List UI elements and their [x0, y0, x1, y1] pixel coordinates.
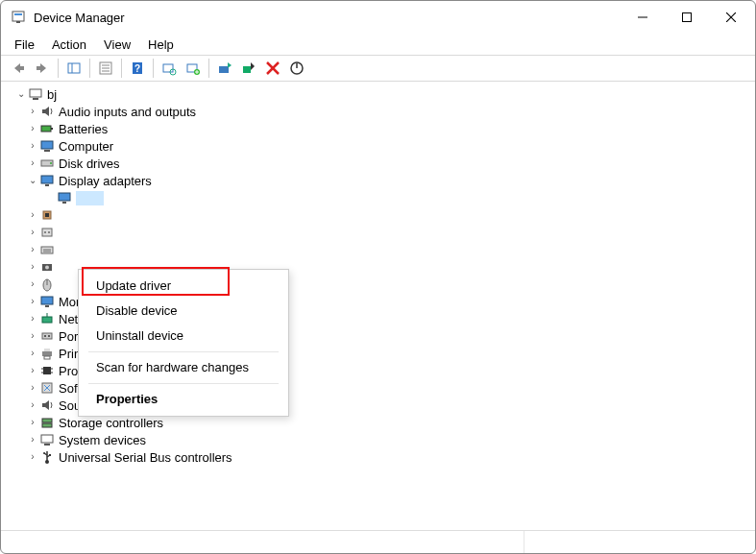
svg-point-74 [43, 452, 45, 454]
menu-action[interactable]: Action [44, 36, 94, 54]
minimize-button[interactable] [621, 2, 665, 33]
disable-device-button[interactable] [237, 57, 260, 80]
tree-node-computer[interactable]: › Computer [14, 137, 755, 155]
context-menu: Update driver Disable device Uninstall d… [78, 269, 289, 417]
ctx-scan-hardware[interactable]: Scan for hardware changes [79, 355, 288, 380]
display-icon [39, 173, 55, 188]
enable-device-button[interactable] [285, 57, 308, 80]
svg-rect-30 [41, 126, 51, 132]
collapse-arrow-icon[interactable]: › [26, 452, 39, 462]
svg-rect-42 [42, 229, 52, 236]
forward-button[interactable] [31, 57, 54, 80]
svg-rect-53 [45, 305, 49, 307]
collapse-arrow-icon[interactable]: › [26, 435, 39, 445]
add-legacy-hardware-button[interactable] [182, 57, 205, 80]
svg-rect-38 [59, 193, 70, 201]
tree-node-display-adapter-child[interactable]: › [14, 189, 755, 206]
tree-root[interactable]: ⌄ bj [14, 85, 755, 103]
app-icon [11, 10, 26, 25]
scan-hardware-button[interactable] [158, 57, 181, 80]
svg-rect-39 [62, 202, 66, 204]
collapse-arrow-icon[interactable]: › [26, 331, 39, 341]
computer-icon [39, 138, 55, 154]
speaker-icon [39, 104, 55, 119]
collapse-arrow-icon[interactable]: › [26, 141, 39, 151]
collapse-arrow-icon[interactable]: › [26, 124, 39, 133]
svg-rect-32 [41, 141, 53, 149]
ctx-disable-device[interactable]: Disable device [79, 299, 288, 324]
ctx-properties[interactable]: Properties [79, 387, 288, 412]
svg-rect-31 [51, 128, 53, 130]
collapse-arrow-icon[interactable]: › [26, 158, 39, 168]
disk-icon [39, 156, 55, 171]
svg-rect-41 [45, 213, 49, 217]
tree-node-label: Storage controllers [59, 416, 163, 430]
chip-icon [39, 207, 55, 223]
collapse-arrow-icon[interactable]: › [26, 418, 39, 427]
collapse-arrow-icon[interactable]: › [26, 297, 39, 306]
usb-icon [39, 449, 55, 465]
tree-node-label: Batteries [59, 122, 108, 136]
tree-node-hidden[interactable]: › [14, 241, 755, 258]
menu-file[interactable]: File [7, 36, 42, 54]
uninstall-device-button[interactable] [261, 57, 284, 80]
menu-help[interactable]: Help [140, 36, 182, 54]
ctx-update-driver[interactable]: Update driver [79, 274, 288, 299]
tree-node-hidden[interactable]: › [14, 224, 755, 241]
collapse-arrow-icon[interactable]: › [26, 314, 39, 324]
maximize-button[interactable] [665, 2, 709, 33]
tree-node-label: Computer [59, 139, 113, 154]
collapse-arrow-icon[interactable]: › [26, 228, 39, 237]
collapse-arrow-icon[interactable]: › [26, 366, 39, 375]
collapse-arrow-icon[interactable]: › [26, 210, 39, 220]
svg-point-35 [50, 162, 52, 164]
svg-rect-1 [14, 13, 22, 15]
menu-view[interactable]: View [96, 36, 138, 54]
svg-rect-24 [243, 66, 251, 73]
svg-rect-4 [683, 13, 692, 22]
ctx-separator [88, 383, 279, 384]
collapse-arrow-icon[interactable]: › [26, 349, 39, 358]
svg-point-57 [44, 335, 46, 337]
help-button[interactable]: ? [126, 57, 149, 80]
tree-node-disks[interactable]: › Disk drives [14, 155, 755, 172]
svg-rect-54 [42, 317, 52, 323]
svg-rect-33 [44, 150, 50, 152]
ctx-uninstall-device[interactable]: Uninstall device [79, 324, 288, 349]
device-tree[interactable]: ⌄ bj › Audio inputs and outputs › Batter… [1, 82, 755, 530]
collapse-arrow-icon[interactable]: › [26, 400, 39, 410]
collapse-arrow-icon[interactable]: › [26, 262, 39, 272]
toolbar: ? [1, 55, 755, 82]
ctx-separator [88, 351, 279, 352]
battery-icon [39, 121, 55, 136]
collapse-arrow-icon[interactable]: › [26, 279, 39, 289]
port-icon [39, 328, 55, 344]
tree-node-hidden[interactable]: › [14, 206, 755, 224]
mouse-icon [39, 277, 55, 292]
tree-node-display-adapters[interactable]: ⌄ Display adapters [14, 172, 755, 189]
properties-button[interactable] [94, 57, 117, 80]
tree-node-label: Display adapters [59, 174, 152, 188]
close-button[interactable] [709, 2, 753, 33]
svg-point-58 [48, 335, 50, 337]
svg-rect-28 [30, 89, 41, 97]
hid-icon [39, 225, 55, 240]
tree-node-audio[interactable]: › Audio inputs and outputs [14, 103, 755, 120]
expand-arrow-icon[interactable]: ⌄ [26, 176, 39, 185]
expand-arrow-icon[interactable]: ⌄ [14, 89, 28, 99]
storage-icon [39, 415, 55, 430]
tree-node-system[interactable]: › System devices [14, 431, 755, 448]
tree-node-batteries[interactable]: › Batteries [14, 120, 755, 137]
update-driver-button[interactable] [213, 57, 236, 80]
collapse-arrow-icon[interactable]: › [26, 107, 39, 116]
back-button[interactable] [7, 57, 30, 80]
camera-icon [39, 259, 55, 275]
show-hide-console-tree-button[interactable] [62, 57, 85, 80]
collapse-arrow-icon[interactable]: › [26, 245, 39, 254]
toolbar-separator [208, 59, 209, 78]
tree-node-usb[interactable]: › Universal Serial Bus controllers [14, 448, 755, 466]
svg-rect-70 [41, 435, 53, 443]
collapse-arrow-icon[interactable]: › [26, 383, 39, 393]
svg-rect-68 [42, 419, 52, 422]
printer-icon [39, 346, 55, 361]
